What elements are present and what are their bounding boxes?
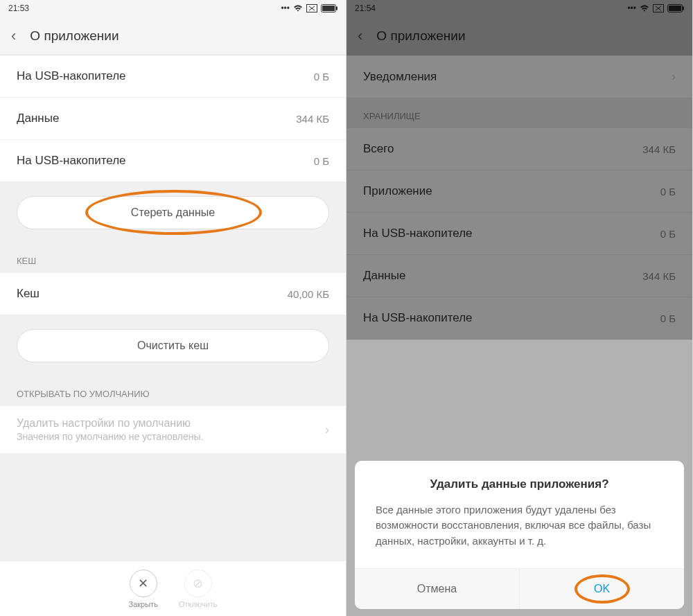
item-label: Кеш [17, 287, 40, 301]
box-icon [306, 4, 317, 12]
confirm-dialog: Удалить данные приложения? Все данные эт… [355, 461, 684, 610]
dialog-buttons: Отмена OK [355, 568, 684, 609]
status-icons: ••• [281, 3, 337, 13]
back-icon[interactable]: ‹ [11, 27, 16, 45]
cancel-button[interactable]: Отмена [355, 569, 520, 609]
close-icon: ✕ [130, 570, 157, 597]
button-row: Стереть данные [0, 182, 346, 243]
item-label: На USB-накопителе [17, 69, 126, 83]
disable-button: ⊘ Отключить [179, 570, 218, 608]
content: На USB-накопителе 0 Б Данные 344 КБ На U… [0, 55, 346, 616]
dialog-title: Удалить данные приложения? [355, 461, 684, 502]
list-item[interactable]: На USB-накопителе 0 Б [0, 140, 346, 182]
dots-icon: ••• [281, 3, 290, 13]
item-value: 40,00 КБ [288, 288, 329, 300]
button-row: Очистить кеш [0, 315, 346, 376]
item-value: 344 КБ [296, 113, 329, 125]
section-header-defaults: ОТКРЫВАТЬ ПО УМОЛЧАНИЮ [0, 376, 346, 406]
default-settings-item[interactable]: Удалить настройки по умолчанию Значения … [0, 406, 346, 453]
bottom-bar: ✕ Закрыть ⊘ Отключить [0, 561, 346, 616]
chevron-right-icon: › [325, 423, 329, 437]
header: ‹ О приложении [0, 17, 346, 55]
status-time: 21:53 [8, 3, 29, 13]
clear-cache-button[interactable]: Очистить кеш [17, 329, 329, 362]
list-item[interactable]: Данные 344 КБ [0, 98, 346, 140]
item-value: 0 Б [314, 71, 329, 82]
item-label: Данные [17, 112, 59, 125]
list-item[interactable]: Кеш 40,00 КБ [0, 273, 346, 315]
close-button[interactable]: ✕ Закрыть [129, 570, 158, 608]
phone-right: 21:54 ••• ‹ О приложении Уведомления [346, 0, 693, 616]
phone-left: 21:53 ••• ‹ О приложении На USB-накопите… [0, 0, 346, 616]
item-value: 0 Б [314, 155, 329, 167]
erase-data-button[interactable]: Стереть данные [17, 196, 329, 229]
svg-rect-2 [322, 6, 335, 11]
dialog-body: Все данные этого приложения будут удален… [355, 502, 684, 569]
svg-rect-3 [336, 7, 337, 10]
disable-icon: ⊘ [184, 570, 212, 597]
defaults-title: Удалить настройки по умолчанию [17, 417, 203, 430]
item-label: На USB-накопителе [17, 154, 126, 168]
list-item[interactable]: На USB-накопителе 0 Б [0, 55, 346, 98]
battery-icon [321, 4, 337, 12]
wifi-icon [293, 4, 303, 12]
status-bar: 21:53 ••• [0, 0, 346, 17]
defaults-subtitle: Значения по умолчанию не установлены. [17, 431, 203, 442]
ok-button[interactable]: OK [520, 569, 684, 609]
section-header-cache: КЕШ [0, 243, 346, 273]
page-title: О приложении [30, 28, 119, 44]
